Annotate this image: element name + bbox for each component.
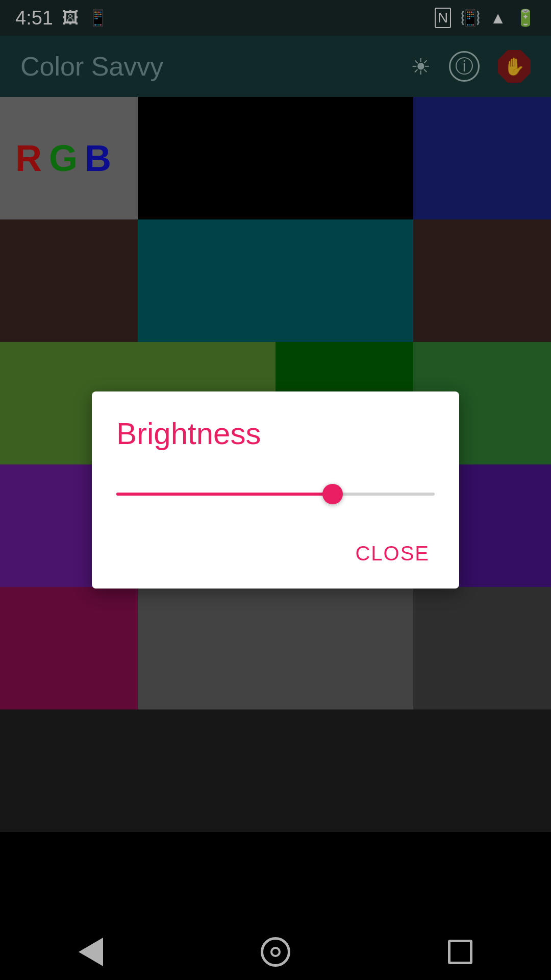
dialog-title: Brightness (116, 416, 435, 451)
close-button[interactable]: CLOSE (350, 537, 435, 570)
slider-container[interactable] (116, 482, 435, 506)
dialog-overlay: Brightness CLOSE (0, 0, 551, 980)
dialog-actions: CLOSE (116, 537, 435, 570)
brightness-dialog: Brightness CLOSE (92, 391, 459, 589)
